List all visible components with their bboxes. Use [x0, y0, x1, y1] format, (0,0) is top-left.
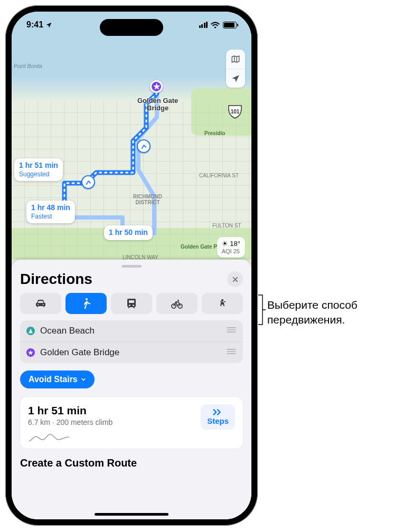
- mode-cycle[interactable]: [156, 293, 198, 314]
- route-subtitle: 6.7 km · 200 meters climb: [28, 418, 194, 426]
- route-bubble-suggested[interactable]: 1 hr 51 min Suggested: [14, 158, 63, 181]
- route-stops: Ocean Beach ★ Golden Gate Bridge: [20, 320, 243, 363]
- location-services-icon: [45, 22, 52, 28]
- directions-sheet[interactable]: Directions: [12, 260, 251, 519]
- wifi-icon: [211, 22, 220, 28]
- close-button[interactable]: [227, 271, 243, 287]
- create-custom-route[interactable]: Create a Custom Route: [20, 457, 243, 469]
- end-dot-icon: ★: [26, 348, 35, 357]
- route-bubble-alt[interactable]: 1 hr 50 min: [104, 225, 153, 240]
- route-tag: Suggested: [19, 170, 58, 178]
- tracking-button[interactable]: [226, 69, 245, 88]
- stop-start[interactable]: Ocean Beach: [20, 320, 243, 341]
- route-card[interactable]: 1 hr 51 min 6.7 km · 200 meters climb St…: [20, 397, 243, 449]
- steps-button[interactable]: Steps: [201, 404, 235, 430]
- stop-end[interactable]: ★ Golden Gate Bridge: [20, 341, 243, 363]
- temp-value: 18°: [230, 240, 240, 248]
- weather-chip[interactable]: ☀︎ 18° AQI 25: [217, 237, 245, 258]
- mode-transit[interactable]: [111, 293, 152, 314]
- map-mode-button[interactable]: [226, 50, 245, 69]
- route-options-pill[interactable]: Avoid Stairs: [20, 370, 95, 388]
- route-time: 1 hr 51 min: [28, 404, 194, 417]
- status-right: [199, 22, 237, 28]
- poi-point-bonita: Point Bonita: [14, 63, 42, 69]
- stop-label: Ocean Beach: [40, 326, 95, 336]
- map-view[interactable]: Point Bonita RICHMOND DISTRICT Presidio …: [12, 12, 251, 270]
- hwy-101-shield: 101: [227, 104, 243, 120]
- mode-drive[interactable]: [20, 293, 61, 314]
- mode-rideshare[interactable]: [202, 293, 243, 314]
- dynamic-island: [100, 19, 163, 36]
- rideshare-icon: [216, 297, 229, 310]
- turn-marker: [137, 139, 151, 153]
- option-label: Avoid Stairs: [29, 375, 78, 384]
- reorder-handle[interactable]: [226, 326, 237, 336]
- svg-text:101: 101: [231, 109, 240, 115]
- destination-label: Golden Gate Bridge: [137, 97, 178, 112]
- sun-icon: ☀︎: [222, 240, 228, 248]
- screen: 9:41 Point Bonita RICHMOND DISTRI: [12, 12, 251, 519]
- route-tag: Fastest: [31, 213, 70, 221]
- home-indicator[interactable]: [95, 513, 168, 516]
- battery-icon: [223, 22, 237, 28]
- transport-mode-row: [20, 293, 243, 314]
- turn-marker: [81, 175, 95, 189]
- reorder-handle[interactable]: [226, 347, 237, 358]
- route-time: 1 hr 50 min: [109, 228, 148, 236]
- route-time: 1 hr 48 min: [31, 203, 70, 212]
- route-time: 1 hr 51 min: [19, 161, 58, 169]
- svg-point-1: [86, 298, 88, 300]
- label-california-st: CALIFORNIA ST: [199, 173, 239, 178]
- sheet-grabber[interactable]: [121, 265, 142, 268]
- bike-icon: [171, 297, 183, 310]
- phone-frame: 9:41 Point Bonita RICHMOND DISTRI: [5, 5, 258, 526]
- stop-label: Golden Gate Bridge: [40, 347, 119, 358]
- callout-bracket: [258, 294, 266, 325]
- car-icon: [34, 297, 47, 310]
- callout-text: Выберите способ передвижения.: [267, 298, 410, 328]
- sheet-title: Directions: [20, 271, 92, 288]
- mode-walk[interactable]: [65, 293, 107, 314]
- route-bubble-fastest[interactable]: 1 hr 48 min Fastest: [26, 201, 75, 223]
- status-time: 9:41: [26, 20, 43, 30]
- start-dot-icon: [26, 327, 35, 335]
- label-fulton-st: FULTON ST: [212, 223, 241, 229]
- close-icon: [232, 276, 239, 283]
- elevation-profile-icon: [28, 431, 70, 443]
- transit-icon: [125, 297, 138, 310]
- map-controls: [226, 50, 245, 88]
- destination-pin[interactable]: ★: [150, 80, 163, 93]
- walk-icon: [80, 297, 92, 310]
- chevrons-right-icon: [212, 408, 224, 416]
- aqi-value: AQI 25: [222, 248, 240, 255]
- label-presidio: Presidio: [204, 130, 225, 136]
- steps-label: Steps: [207, 416, 229, 425]
- svg-point-4: [221, 299, 223, 301]
- label-district: RICHMOND DISTRICT: [133, 194, 162, 205]
- cellular-icon: [199, 22, 208, 28]
- chevron-down-icon: [80, 376, 87, 383]
